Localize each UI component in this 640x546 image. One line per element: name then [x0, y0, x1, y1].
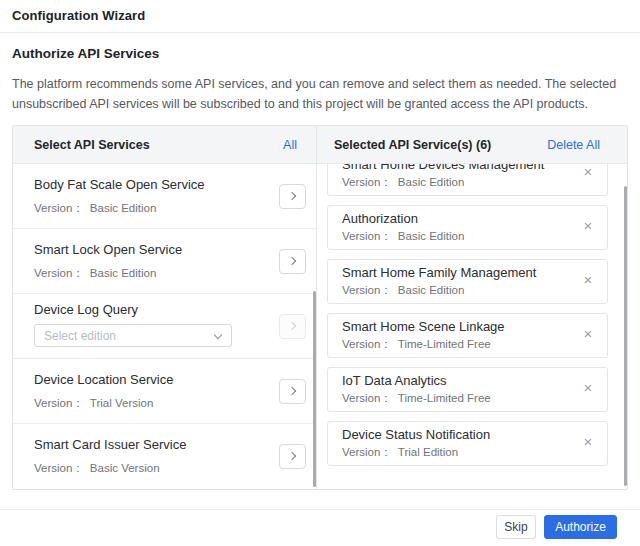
- close-icon[interactable]: ×: [580, 326, 596, 342]
- version-value: Basic Edition: [90, 202, 156, 214]
- version-label: Version：: [34, 267, 84, 279]
- version-label: Version：: [34, 397, 84, 409]
- skip-button[interactable]: Skip: [496, 515, 536, 539]
- left-panel-header: Select API Services All: [13, 126, 316, 164]
- service-version: Version：Basic Edition: [34, 201, 268, 216]
- service-name: Device Status Notification: [342, 427, 567, 442]
- service-name: Device Location Service: [34, 372, 268, 387]
- service-name: Smart Lock Open Service: [34, 242, 268, 257]
- page-description-line2: unsubscribed API services will be subscr…: [12, 94, 632, 114]
- chevron-right-icon: [288, 257, 296, 265]
- version-label: Version：: [342, 284, 392, 296]
- version-value: Trial Version: [90, 397, 154, 409]
- version-value: Basic Version: [90, 462, 160, 474]
- left-list-scrollbar[interactable]: [313, 291, 316, 487]
- selected-api-services-column: Selected API Service(s) (6) Delete All S…: [317, 126, 627, 489]
- selected-service-card: Device Status Notification Version：Trial…: [327, 421, 608, 466]
- version-value: Basic Edition: [398, 284, 464, 296]
- add-service-button[interactable]: [279, 184, 306, 209]
- authorize-button[interactable]: Authorize: [544, 515, 617, 539]
- list-item: Smart Lock Open Service Version：Basic Ed…: [13, 229, 316, 294]
- version-value: Time-Limited Free: [398, 392, 491, 404]
- version-value: Basic Edition: [398, 230, 464, 242]
- version-value: Basic Edition: [398, 176, 464, 188]
- left-panel-title: Select API Services: [34, 138, 150, 152]
- delete-all-link[interactable]: Delete All: [547, 138, 600, 152]
- service-name: Smart Home Scene Linkage: [342, 319, 567, 334]
- version-label: Version：: [342, 446, 392, 458]
- chevron-down-icon: [214, 331, 222, 339]
- service-version: Version：Basic Version: [34, 461, 268, 476]
- selected-service-card: Smart Home Family Management Version：Bas…: [327, 259, 608, 304]
- chevron-right-icon: [288, 322, 296, 330]
- version-label: Version：: [342, 176, 392, 188]
- edition-select-placeholder: Select edition: [44, 329, 116, 343]
- list-item: Device Location Service Version：Trial Ve…: [13, 359, 316, 424]
- add-service-button[interactable]: [279, 444, 306, 469]
- service-version: Version：Basic Edition: [342, 175, 567, 190]
- selected-service-card: Smart Home Devices Management Version：Ba…: [327, 164, 608, 196]
- version-label: Version：: [342, 338, 392, 350]
- version-label: Version：: [342, 230, 392, 242]
- service-name: Device Log Query: [34, 302, 268, 317]
- service-name: Smart Home Family Management: [342, 265, 567, 280]
- window-title: Configuration Wizard: [12, 8, 145, 23]
- version-label: Version：: [34, 202, 84, 214]
- select-all-link[interactable]: All: [283, 138, 297, 152]
- version-value: Trial Edition: [398, 446, 458, 458]
- chevron-right-icon: [288, 387, 296, 395]
- add-service-button[interactable]: [279, 249, 306, 274]
- version-label: Version：: [342, 392, 392, 404]
- right-panel-title: Selected API Service(s) (6): [334, 138, 491, 152]
- chevron-right-icon: [288, 192, 296, 200]
- selected-service-card: Smart Home Scene Linkage Version：Time-Li…: [327, 313, 608, 358]
- selected-service-card: Authorization Version：Basic Edition ×: [327, 205, 608, 250]
- api-transfer-panel: Select API Services All Body Fat Scale O…: [12, 125, 628, 490]
- page-title: Authorize API Services: [12, 46, 159, 61]
- service-version: Version：Trial Edition: [342, 445, 567, 460]
- list-item: Device Log Query Select edition: [13, 294, 316, 359]
- version-value: Basic Edition: [90, 267, 156, 279]
- right-list-scrollbar[interactable]: [624, 186, 627, 486]
- page-description: The platform recommends some API service…: [12, 74, 632, 114]
- add-service-button[interactable]: [279, 379, 306, 404]
- service-version: Version：Basic Edition: [342, 229, 567, 244]
- select-api-services-column: Select API Services All Body Fat Scale O…: [13, 126, 317, 489]
- version-label: Version：: [34, 462, 84, 474]
- close-icon[interactable]: ×: [580, 272, 596, 288]
- selected-services-list: Smart Home Devices Management Version：Ba…: [317, 164, 627, 489]
- edition-select[interactable]: Select edition: [34, 324, 232, 347]
- available-services-list: Body Fat Scale Open Service Version：Basi…: [13, 164, 316, 489]
- service-version: Version：Basic Edition: [342, 283, 567, 298]
- service-name: Smart Card Issuer Service: [34, 437, 268, 452]
- list-item: Body Fat Scale Open Service Version：Basi…: [13, 164, 316, 229]
- footer-divider: [0, 509, 640, 510]
- selected-service-card: IoT Data Analytics Version：Time-Limited …: [327, 367, 608, 412]
- service-version: Version：Time-Limited Free: [342, 337, 567, 352]
- version-value: Time-Limited Free: [398, 338, 491, 350]
- service-version: Version：Time-Limited Free: [342, 391, 567, 406]
- close-icon[interactable]: ×: [580, 218, 596, 234]
- list-item: Smart Card Issuer Service Version：Basic …: [13, 424, 316, 489]
- close-icon[interactable]: ×: [580, 164, 596, 180]
- header-divider: [0, 32, 640, 33]
- chevron-right-icon: [288, 452, 296, 460]
- service-version: Version：Trial Version: [34, 396, 268, 411]
- service-version: Version：Basic Edition: [34, 266, 268, 281]
- close-icon[interactable]: ×: [580, 380, 596, 396]
- service-name: IoT Data Analytics: [342, 373, 567, 388]
- add-service-button-disabled[interactable]: [279, 314, 306, 339]
- right-panel-header: Selected API Service(s) (6) Delete All: [317, 126, 627, 164]
- page-description-line1: The platform recommends some API service…: [12, 74, 632, 94]
- service-name: Body Fat Scale Open Service: [34, 177, 268, 192]
- service-name: Smart Home Devices Management: [342, 164, 567, 172]
- close-icon[interactable]: ×: [580, 434, 596, 450]
- service-name: Authorization: [342, 211, 567, 226]
